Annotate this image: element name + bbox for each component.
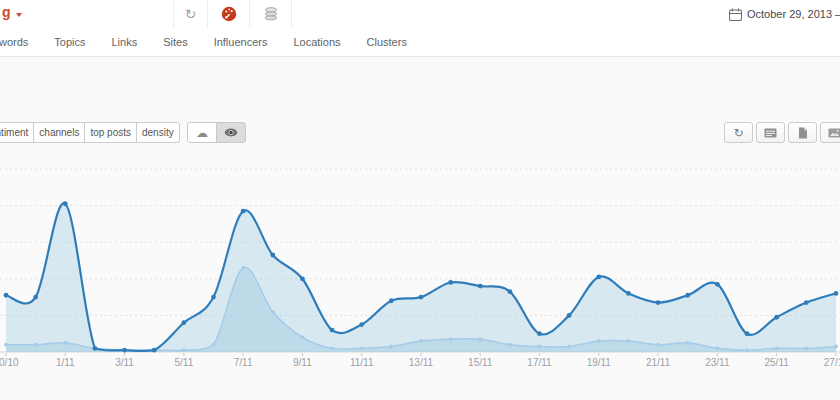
data-point-main[interactable] [211,295,216,300]
x-axis-label: 21/11 [646,357,671,368]
data-point-main[interactable] [152,348,157,353]
x-axis-label: 3/11 [115,357,134,368]
table-icon [764,128,777,138]
data-point-main[interactable] [181,320,186,325]
tab-keywords[interactable]: Keywords [0,36,41,48]
tab-topics[interactable]: Topics [41,36,98,48]
export-image-button[interactable] [820,122,840,143]
x-axis-label: 25/11 [764,357,789,368]
x-axis-label: 19/11 [587,357,612,368]
data-point-main[interactable] [656,300,661,305]
data-point-secondary[interactable] [804,346,808,350]
data-point-main[interactable] [389,298,394,303]
timeline-chart: 30/101/113/115/117/119/1111/1113/1115/11… [0,160,840,400]
data-point-secondary[interactable] [627,339,631,343]
data-point-secondary[interactable] [775,346,779,350]
data-point-main[interactable] [596,275,601,280]
channels-button[interactable]: channels [33,122,85,143]
data-point-main[interactable] [300,276,305,281]
refresh-icon: ↻ [185,7,197,21]
data-point-secondary[interactable] [419,339,423,343]
tab-nav: Keywords Topics Links Sites Influencers … [0,36,420,48]
x-axis-label: 1/11 [56,357,75,368]
app-logo[interactable]: g [2,4,11,20]
view-toggle-group: ☁ [187,122,246,143]
data-point-main[interactable] [834,291,839,296]
data-point-secondary[interactable] [4,343,8,347]
data-point-main[interactable] [448,280,453,285]
tab-links[interactable]: Links [98,36,150,48]
data-point-main[interactable] [419,295,424,300]
top-posts-button[interactable]: top posts [84,122,137,143]
data-point-main[interactable] [4,293,9,298]
data-point-secondary[interactable] [34,343,38,347]
data-point-main[interactable] [507,289,512,294]
density-button[interactable]: density [136,122,180,143]
document-icon [798,127,808,139]
data-point-main[interactable] [626,291,631,296]
data-point-secondary[interactable] [597,339,601,343]
x-axis-label: 17/11 [527,357,552,368]
data-point-secondary[interactable] [182,348,186,352]
dashboard-button[interactable] [208,0,249,28]
data-point-secondary[interactable] [63,341,67,345]
data-point-main[interactable] [537,331,542,336]
data-point-secondary[interactable] [330,346,334,350]
data-point-secondary[interactable] [567,345,571,349]
tab-influencers[interactable]: Influencers [201,36,281,48]
data-point-secondary[interactable] [449,337,453,341]
data-point-main[interactable] [241,209,246,214]
x-axis-label: 13/11 [409,357,434,368]
x-axis-label: 7/11 [234,357,253,368]
export-button-group: ↻ [724,122,840,143]
tab-clusters[interactable]: Clusters [354,36,420,48]
x-axis-label: 15/11 [468,357,493,368]
data-point-main[interactable] [478,284,483,289]
toolbar-divider [291,0,292,28]
data-point-secondary[interactable] [212,343,216,347]
data-sources-button[interactable] [250,0,291,28]
data-point-main[interactable] [63,201,68,206]
data-point-secondary[interactable] [360,346,364,350]
tab-sites[interactable]: Sites [150,36,200,48]
date-range-picker[interactable]: October 29, 2013 — N [729,0,840,28]
data-point-secondary[interactable] [271,310,275,314]
tab-locations[interactable]: Locations [280,36,353,48]
data-point-secondary[interactable] [301,335,305,339]
tab-bar: Keywords Topics Links Sites Influencers … [0,28,840,57]
data-point-main[interactable] [270,253,275,258]
x-axis-label: 5/11 [174,357,193,368]
export-document-button[interactable] [788,122,817,143]
eye-view-button[interactable] [216,122,246,143]
data-point-main[interactable] [804,300,809,305]
data-point-main[interactable] [745,331,750,336]
data-point-main[interactable] [330,328,335,333]
data-point-secondary[interactable] [241,266,245,270]
data-point-main[interactable] [715,282,720,287]
cloud-view-button[interactable]: ☁ [187,122,217,143]
data-point-secondary[interactable] [834,345,838,349]
data-point-main[interactable] [122,348,127,353]
refresh-button[interactable]: ↻ [174,0,207,28]
table-view-button[interactable] [756,122,785,143]
x-axis-label: 23/11 [705,357,730,368]
data-point-main[interactable] [567,313,572,318]
sentiment-button[interactable]: sentiment [0,122,34,143]
data-point-main[interactable] [774,315,779,320]
dashboard-gauge-icon [221,6,237,22]
data-point-secondary[interactable] [656,343,660,347]
data-point-secondary[interactable] [508,343,512,347]
logo-dropdown-caret-icon[interactable] [16,13,22,17]
data-point-main[interactable] [359,322,364,327]
data-point-secondary[interactable] [478,337,482,341]
data-point-secondary[interactable] [715,346,719,350]
data-point-main[interactable] [685,293,690,298]
data-point-main[interactable] [33,295,38,300]
data-point-main[interactable] [93,346,98,351]
reload-chart-button[interactable]: ↻ [724,122,753,143]
x-axis-label: 11/11 [350,357,374,368]
data-point-secondary[interactable] [538,345,542,349]
data-point-secondary[interactable] [745,348,749,352]
data-point-secondary[interactable] [686,341,690,345]
data-point-secondary[interactable] [389,345,393,349]
